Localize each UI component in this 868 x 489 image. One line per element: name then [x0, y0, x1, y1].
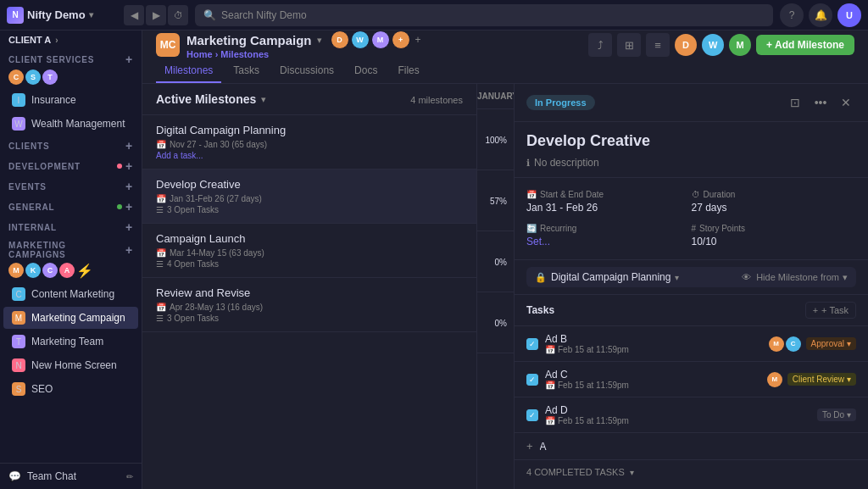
detail-fields: 📅 Start & End Date Jan 31 - Feb 26 ⏱ Dur… — [515, 177, 868, 259]
sidebar-item-marketing-team[interactable]: T Marketing Team — [3, 331, 138, 353]
gantt-pct-4: 0% — [495, 318, 507, 327]
calendar-icon-3: 📅 — [156, 248, 166, 258]
task-assignees-adb: M C — [769, 336, 801, 352]
sidebar-item-wealth[interactable]: W Wealth Management — [3, 113, 138, 135]
task-status-adb[interactable]: Approval ▾ — [806, 337, 856, 350]
milestone-select[interactable]: 🔒 Digital Campaign Planning ▾ 👁 Hide Mil… — [526, 267, 856, 287]
sidebar-marketing-header[interactable]: MARKETING CAMPAIGNS + — [0, 237, 142, 263]
task-checkbox-adc[interactable]: ✓ — [526, 374, 538, 386]
new-home-icon: N — [12, 358, 25, 372]
task-status-add[interactable]: To Do ▾ — [817, 408, 856, 421]
tasks-icon-2: ☰ — [156, 205, 164, 214]
task-checkbox-adb[interactable]: ✓ — [526, 338, 538, 350]
add-task-button[interactable]: + + Task — [805, 302, 856, 319]
forward-button[interactable]: ▶ — [146, 5, 166, 25]
events-add[interactable]: + — [125, 180, 133, 193]
sidebar-events-header[interactable]: EVENTS + — [0, 176, 142, 197]
clients-add[interactable]: + — [125, 139, 133, 153]
hide-milestone-btn[interactable]: Hide Milestone from ▾ — [756, 272, 848, 283]
add-task-1[interactable]: Add a task... — [156, 151, 463, 160]
sidebar-client-services-header[interactable]: CLIENT SERVICES + — [0, 49, 142, 69]
milestones-header: Active Milestones ▾ 4 milestones — [142, 84, 476, 115]
field-recurring-label: 🔄 Recurring — [526, 224, 692, 233]
marketing-pin-icon[interactable]: ⚡ — [76, 263, 93, 279]
tab-docs[interactable]: Docs — [346, 59, 386, 83]
internal-add[interactable]: + — [125, 220, 133, 234]
sidebar-item-marketing-campaign[interactable]: M Marketing Campaign — [3, 307, 138, 329]
dev-add[interactable]: + — [125, 159, 133, 173]
breadcrumb-home[interactable]: Home — [186, 49, 213, 59]
field-duration-value: 27 days — [692, 202, 857, 214]
sidebar-general-header[interactable]: GENERAL + — [0, 197, 142, 217]
general-dot — [117, 204, 122, 209]
milestone-item-3[interactable]: Campaign Launch 📅 Mar 14-May 15 (63 days… — [142, 224, 476, 278]
tab-milestones[interactable]: Milestones — [156, 59, 221, 83]
search-bar[interactable]: 🔍 Search Nifty Demo — [195, 4, 773, 26]
completed-tasks-bar[interactable]: 4 COMPLETED TASKS ▾ — [515, 460, 868, 484]
back-button[interactable]: ◀ — [124, 5, 144, 25]
status-chevron-adc: ▾ — [847, 375, 851, 384]
milestone-item-1[interactable]: Digital Campaign Planning 📅 Nov 27 - Jan… — [142, 115, 476, 169]
task-assignees-adc: M — [767, 372, 782, 387]
field-start-end-value[interactable]: Jan 31 - Feb 26 — [526, 202, 692, 214]
sidebar-item-seo[interactable]: S SEO — [3, 378, 138, 400]
task-status-adc[interactable]: Client Review ▾ — [787, 373, 856, 386]
maximize-button[interactable]: ⊡ — [785, 92, 805, 113]
milestone-item-2[interactable]: Develop Creative 📅 Jan 31-Feb 26 (27 day… — [142, 169, 476, 224]
milestone-item-4[interactable]: Review and Revise 📅 Apr 28-May 13 (16 da… — [142, 278, 476, 332]
sidebar-internal-header[interactable]: INTERNAL + — [0, 217, 142, 237]
task-name-adc: Ad C — [545, 369, 760, 381]
grid-view-button[interactable]: ⊞ — [617, 33, 641, 57]
tasks-icon-3: ☰ — [156, 259, 164, 269]
tab-discussions[interactable]: Discussions — [271, 59, 342, 83]
detail-header-actions: ⊡ ••• ✕ — [785, 92, 856, 113]
share-button[interactable]: ⤴ — [588, 33, 612, 57]
marketing-add[interactable]: + — [125, 243, 133, 257]
help-button[interactable]: ? — [780, 3, 804, 27]
project-icon: MC — [156, 33, 180, 57]
tab-tasks[interactable]: Tasks — [225, 59, 268, 83]
task-item-adb: ✓ Ad B 📅 Feb 15 at 11:59pm — [515, 326, 868, 362]
gantt-rows: 100% 57% — [477, 109, 514, 353]
milestone-meta-2: 📅 Jan 31-Feb 26 (27 days) — [156, 194, 463, 203]
field-recurring-value[interactable]: Set... — [526, 236, 692, 247]
user-avatar[interactable]: U — [837, 3, 861, 27]
tab-files[interactable]: Files — [389, 59, 427, 83]
client-services-add[interactable]: + — [125, 53, 133, 66]
sidebar-dev-header[interactable]: DEVELOPMENT + — [0, 156, 142, 176]
add-milestone-button[interactable]: + Add Milestone — [756, 35, 854, 55]
history-button[interactable]: ⏱ — [168, 5, 188, 25]
task-checkbox-add[interactable]: ✓ — [526, 409, 538, 421]
milestone-name-3: Campaign Launch — [156, 232, 463, 245]
sidebar-clients-header[interactable]: CLIENTS + — [0, 136, 142, 156]
milestone-list: Digital Campaign Planning 📅 Nov 27 - Jan… — [142, 115, 476, 489]
notification-button[interactable]: 🔔 — [809, 3, 832, 27]
milestones-left: Active Milestones ▾ 4 milestones Digital… — [142, 84, 477, 489]
field-story-points-value: 10/10 — [692, 236, 857, 247]
milestones-dropdown-icon[interactable]: ▾ — [261, 94, 266, 105]
eye-icon: 👁 — [742, 272, 751, 282]
milestones-container: Active Milestones ▾ 4 milestones Digital… — [142, 84, 868, 489]
more-options-button[interactable]: ••• — [810, 92, 831, 113]
sidebar-item-insurance[interactable]: I Insurance — [3, 89, 138, 111]
sidebar: CLIENT A › CLIENT SERVICES + C S T I Ins… — [0, 31, 142, 489]
milestone-name-1: Digital Campaign Planning — [156, 124, 463, 136]
team-chat[interactable]: 💬 Team Chat ✏ — [0, 463, 142, 489]
desc-text: No description — [534, 157, 599, 169]
list-view-button[interactable]: ≡ — [646, 33, 670, 57]
invite-icon[interactable]: + — [415, 34, 421, 46]
status-badge: In Progress — [526, 95, 595, 110]
brand[interactable]: N Nifty Demo ▾ — [7, 7, 117, 24]
sidebar-item-new-home[interactable]: N New Home Screen — [3, 354, 138, 376]
new-task-plus-icon: + — [526, 440, 533, 453]
sidebar-client-a[interactable]: CLIENT A › — [0, 31, 142, 49]
dev-label: DEVELOPMENT — [8, 162, 81, 171]
sidebar-item-content-marketing[interactable]: C Content Marketing — [3, 283, 138, 305]
new-task-input[interactable] — [540, 441, 856, 453]
completed-tasks-label: 4 COMPLETED TASKS — [526, 467, 625, 477]
project-dropdown-icon[interactable]: ▾ — [317, 35, 322, 46]
close-button[interactable]: ✕ — [836, 92, 856, 113]
nav-icons: ? 🔔 U — [780, 3, 861, 27]
general-add[interactable]: + — [125, 200, 133, 214]
task-item-add: ✓ Ad D 📅 Feb 15 at 11:59pm — [515, 397, 868, 433]
